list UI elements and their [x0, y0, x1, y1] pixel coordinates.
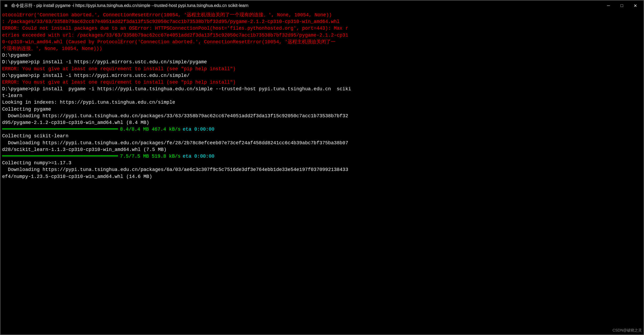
progress-eta: eta 0:00:00	[183, 153, 214, 160]
console-line: D:\pygame>pip install pygame -i https://…	[2, 86, 642, 92]
minimize-button[interactable]: ─	[602, 2, 615, 10]
console-line: d28/scikit_learn-1.1.3-cp310-cp310-win_a…	[2, 146, 642, 153]
console-line: D:\pygame>	[2, 52, 642, 59]
console-line: Collecting scikit-learn	[2, 133, 642, 139]
progress-line: ━━━━━━━━━━━━━━━━━━━━━━━━━━━━━━━━━━━━━━━━…	[2, 153, 642, 160]
console-line: Downloading https://pypi.tuna.tsinghua.e…	[2, 166, 642, 173]
console-line: t-learn	[2, 92, 642, 99]
console-line: Looking in indexes: https://pypi.tuna.ts…	[2, 99, 642, 106]
progress-bar: ━━━━━━━━━━━━━━━━━━━━━━━━━━━━━━━━━━━━━━━━	[2, 153, 118, 160]
title-bar-buttons: ─ □ ✕	[602, 2, 641, 10]
console-line: ERROR: You must give at least one requir…	[2, 79, 642, 86]
progress-eta: eta 0:00:00	[183, 126, 214, 133]
progress-stats: 8.4/8.4 MB 467.4 kB/s	[120, 126, 180, 133]
title-bar-text: 命令提示符 - pip install pygame -i https://py…	[11, 3, 602, 9]
progress-bar: ━━━━━━━━━━━━━━━━━━━━━━━━━━━━━━━━━━━━━━━━	[2, 126, 118, 133]
cmd-icon: ⊞	[3, 2, 9, 9]
progress-stats: 7.5/7.5 MB 519.8 kB/s	[120, 153, 180, 160]
console-line: otocolError('Connection aborted.', Conne…	[2, 12, 642, 18]
console-line: d95/pygame-2.1.2-cp310-cp310-win_amd64.w…	[2, 119, 642, 126]
console-line: ERROR: Could not install packages due to…	[2, 25, 642, 32]
console-line: Downloading https://pypi.tuna.tsinghua.e…	[2, 113, 642, 119]
console-line: Collecting pygame	[2, 106, 642, 113]
console-line: Downloading https://pypi.tuna.tsinghua.e…	[2, 140, 642, 146]
console-line: Collecting numpy>=1.17.3	[2, 160, 642, 166]
console-line: etries exceeded with url: /packages/33/6…	[2, 32, 642, 39]
watermark: CSDN@破晓之灵	[612, 328, 642, 333]
progress-line: ━━━━━━━━━━━━━━━━━━━━━━━━━━━━━━━━━━━━━━━━…	[2, 126, 642, 133]
console-line: : /packages/33/63/3358b79ac62cc67e4051ad…	[2, 18, 642, 25]
console-line: ef4/numpy-1.23.5-cp310-cp310-win_amd64.w…	[2, 173, 642, 180]
console-line: 0-cp310-win_amd64.whl (Caused by Protoco…	[2, 39, 642, 45]
console-line: 个现有的连接。', None, 10054, None)))	[2, 45, 642, 52]
close-button[interactable]: ✕	[629, 2, 641, 10]
console-line: ERROR: You must give at least one requir…	[2, 66, 642, 72]
console-line: D:\pygame>pip install -i https://pypi.mi…	[2, 72, 642, 79]
cmd-window: ⊞ 命令提示符 - pip install pygame -i https://…	[0, 0, 644, 335]
maximize-button[interactable]: □	[616, 2, 628, 10]
title-bar: ⊞ 命令提示符 - pip install pygame -i https://…	[0, 0, 644, 11]
console-body: otocolError('Connection aborted.', Conne…	[0, 11, 644, 335]
console-line: D:\pygame>pip install -i https://pypi.mi…	[2, 59, 642, 65]
